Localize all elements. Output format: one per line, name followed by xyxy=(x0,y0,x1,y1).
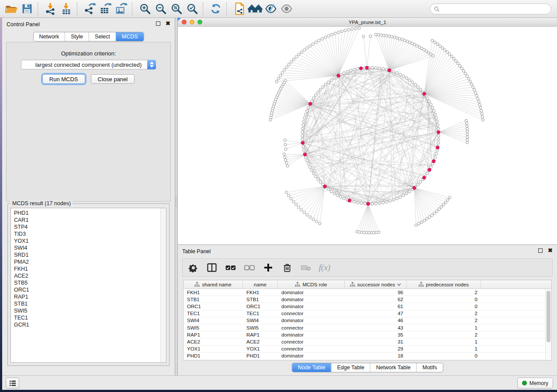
open-file-button[interactable] xyxy=(3,1,19,16)
import-network-button[interactable] xyxy=(43,1,59,16)
table-cell: SWI5 xyxy=(243,324,278,331)
checked-boxes-icon xyxy=(225,265,236,271)
zoom-selected-button[interactable] xyxy=(184,1,200,16)
mcds-result-item[interactable]: STB5 xyxy=(14,279,163,286)
mcds-result-item[interactable]: CAR1 xyxy=(14,217,163,224)
criterion-dropdown[interactable]: largest connected component (undirected) xyxy=(21,60,156,69)
select-all-button[interactable] xyxy=(225,261,237,274)
tab-mcds[interactable]: MCDS xyxy=(116,32,144,41)
zoom-selected-icon xyxy=(186,3,199,15)
float-panel-icon[interactable] xyxy=(156,21,160,26)
mcds-result-item[interactable]: GCR1 xyxy=(14,321,163,328)
column-header-successor-nodes[interactable]: successor nodes xyxy=(345,280,407,289)
mcds-result-item[interactable]: STB1 xyxy=(14,300,163,307)
table-cell: RAP1 xyxy=(243,331,278,338)
zoom-fit-button[interactable] xyxy=(169,1,184,16)
export-network-button[interactable] xyxy=(82,1,98,16)
mcds-result-item[interactable]: PMA2 xyxy=(14,258,163,265)
column-header-filler xyxy=(481,280,551,289)
column-header-predecessor-nodes[interactable]: predecessor nodes xyxy=(407,280,481,289)
column-header-MCDS-role[interactable]: MCDS role xyxy=(278,280,345,289)
table-row[interactable]: STB1STB1dominator620 xyxy=(183,296,545,303)
table-row[interactable]: FKH1FKH1dominator962 xyxy=(183,289,545,296)
tab-node-table[interactable]: Node Table xyxy=(292,363,331,372)
network-window-titlebar[interactable]: YPA_prune.txt_1 xyxy=(178,18,557,27)
mcds-result-item[interactable]: SWI4 xyxy=(14,244,163,251)
mcds-result-item[interactable]: SWI5 xyxy=(14,307,163,314)
table-cell: 18 xyxy=(345,353,407,359)
home-networks-button[interactable] xyxy=(247,1,263,16)
deselect-all-button[interactable] xyxy=(243,261,256,274)
save-session-button[interactable] xyxy=(19,1,35,16)
tab-motifs[interactable]: Motifs xyxy=(416,363,443,372)
table-cell: dominator xyxy=(278,317,345,324)
table-cell: ORC1 xyxy=(243,303,278,309)
table-cell: YOX1 xyxy=(243,346,278,352)
table-row[interactable]: TEC1TEC1connector472 xyxy=(183,310,545,317)
table-row[interactable]: PHD1PHD1dominator180 xyxy=(183,353,545,360)
table-row[interactable]: ORC1ORC1dominator610 xyxy=(183,303,545,310)
search-input[interactable] xyxy=(440,6,547,12)
zoom-in-icon xyxy=(139,3,152,15)
zoom-out-button[interactable] xyxy=(153,1,169,16)
hide-graphics-details-button[interactable] xyxy=(263,1,279,16)
search-box[interactable] xyxy=(430,3,551,14)
mcds-result-item[interactable]: ACE2 xyxy=(14,272,163,279)
mcds-result-item[interactable]: SRD1 xyxy=(14,251,163,258)
optimization-criterion-label: Optimization criterion: xyxy=(7,50,170,57)
mcds-result-item[interactable]: TEC1 xyxy=(14,314,163,321)
table-scrollbar[interactable] xyxy=(545,289,551,360)
mcds-result-item[interactable]: ORC1 xyxy=(14,286,163,293)
toolbar-separator xyxy=(132,2,136,15)
tab-network[interactable]: Network xyxy=(33,32,65,41)
table-row[interactable]: SWI4SWI4dominator462 xyxy=(183,317,545,324)
mcds-result-item[interactable]: FKH1 xyxy=(14,265,163,272)
mcds-result-list[interactable]: PHD1CAR1STP4TID3YOX1SWI4SRD1PMA2FKH1ACE2… xyxy=(10,208,166,363)
table-settings-button[interactable] xyxy=(187,261,199,274)
table-cell: connector xyxy=(278,338,345,345)
close-panel-button[interactable]: Close panel xyxy=(91,74,135,84)
show-graphics-details-button[interactable] xyxy=(279,1,294,16)
refresh-view-button[interactable] xyxy=(208,1,224,16)
network-canvas[interactable] xyxy=(178,27,557,244)
column-header-name[interactable]: name xyxy=(243,280,278,289)
create-column-button[interactable] xyxy=(262,261,274,274)
mcds-result-item[interactable]: RAP1 xyxy=(14,293,163,300)
vertical-splitter[interactable] xyxy=(175,18,178,375)
delete-column-button[interactable] xyxy=(281,261,293,274)
table-panel-tabs: Node TableEdge TableNetwork TableMotifs xyxy=(292,363,443,372)
show-hidden-panels-button[interactable] xyxy=(6,378,19,389)
result-list-scrollbar[interactable] xyxy=(160,208,166,362)
table-row[interactable]: RAP1RAP1dominator352 xyxy=(183,331,545,338)
table-row[interactable]: ACE2ACE2connector311 xyxy=(183,338,545,345)
export-table-button[interactable] xyxy=(98,1,114,16)
tab-edge-table[interactable]: Edge Table xyxy=(331,363,370,372)
tab-network-table[interactable]: Network Table xyxy=(370,363,416,372)
table-cell: connector xyxy=(278,346,345,352)
window-minimize-button[interactable] xyxy=(190,20,194,24)
run-mcds-button[interactable]: Run MCDS xyxy=(42,74,85,84)
memory-button[interactable]: Memory xyxy=(517,378,553,389)
close-panel-icon[interactable]: ✖ xyxy=(548,248,553,253)
close-panel-icon[interactable]: ✖ xyxy=(166,21,170,26)
mcds-result-item[interactable]: TID3 xyxy=(14,230,163,237)
window-close-button[interactable] xyxy=(182,20,187,24)
save-floppy-icon xyxy=(21,3,33,15)
table-row[interactable]: YOX1YOX1connector291 xyxy=(183,346,545,353)
tab-style[interactable]: Style xyxy=(65,32,89,41)
import-table-button[interactable] xyxy=(59,1,74,16)
network-from-file-button[interactable] xyxy=(232,1,247,16)
mcds-result-item[interactable]: YOX1 xyxy=(14,237,163,244)
table-row[interactable]: SWI5SWI5connector431 xyxy=(183,324,545,331)
memory-status-icon xyxy=(522,381,527,385)
toggle-panel-split-button[interactable] xyxy=(206,261,218,274)
zoom-in-button[interactable] xyxy=(137,1,153,16)
column-header-shared-name[interactable]: shared name xyxy=(183,280,243,289)
mcds-result-item[interactable]: PHD1 xyxy=(14,210,163,217)
float-panel-icon[interactable] xyxy=(538,248,543,253)
mcds-result-item[interactable]: STP4 xyxy=(14,224,163,230)
tab-select[interactable]: Select xyxy=(89,32,116,41)
network-document-icon xyxy=(233,2,246,15)
window-zoom-button[interactable] xyxy=(197,20,202,24)
export-image-button[interactable] xyxy=(114,1,129,16)
